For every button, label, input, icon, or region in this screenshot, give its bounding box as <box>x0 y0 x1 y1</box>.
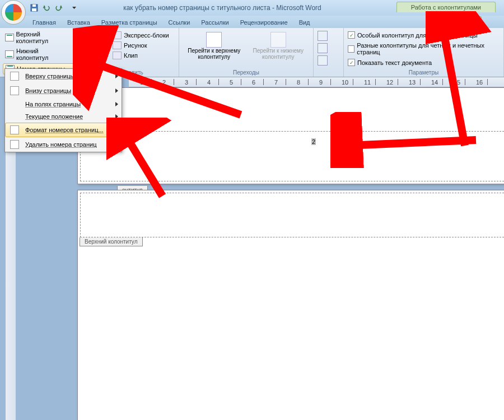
group-label-nav: Переходы <box>182 68 310 77</box>
clip-button[interactable]: Клип <box>111 51 170 60</box>
group-parameters: ✓ Особый колонтитул для первой страницы … <box>344 28 504 77</box>
goto-footer-icon <box>270 32 286 48</box>
horizontal-ruler[interactable]: 12345678910111213141516 <box>129 77 504 87</box>
svg-rect-2 <box>32 4 36 7</box>
header-label: Верхний колонтитул <box>16 31 73 44</box>
footer-button[interactable]: Нижний колонтитул <box>3 46 81 62</box>
chevron-down-icon <box>74 53 78 55</box>
ruler-number: 1 <box>140 79 143 86</box>
menu-label: На полях страницы <box>25 101 111 108</box>
menu-format-page-numbers[interactable]: Формат номеров страниц... <box>5 123 122 137</box>
page-2[interactable]: Верхний колонтитул <box>77 190 504 420</box>
menu-label: Удалить номера страниц <box>25 141 118 148</box>
tab-designer[interactable]: Конструктор <box>434 16 482 28</box>
ruler-number: 13 <box>409 79 416 86</box>
ruler-number: 8 <box>297 79 300 86</box>
odd-even-label: Разные колонтитулы для четных и нечетных… <box>357 42 500 55</box>
document-title: как убрать номер страницы с титульного л… <box>123 4 321 12</box>
tab-review[interactable]: Рецензирование <box>235 17 293 28</box>
picture-label: Рисунок <box>124 42 147 49</box>
ruler-number: 3 <box>185 79 188 86</box>
date-label: Дата и <box>90 46 108 53</box>
ruler-number: 12 <box>386 79 393 86</box>
checkbox-icon <box>348 45 354 53</box>
checkbox-icon: ✓ <box>348 31 355 39</box>
option-icon[interactable] <box>318 43 328 53</box>
footer-icon <box>5 50 14 58</box>
format-icon <box>10 125 19 134</box>
quick-access-toolbar <box>29 3 76 13</box>
chevron-down-icon <box>74 36 78 39</box>
checkbox-show-text[interactable]: ✓ Показать текст документа <box>347 57 501 68</box>
tab-references[interactable]: Ссылки <box>163 17 196 28</box>
group-label-params: Параметры <box>347 68 501 77</box>
ruler-number: 5 <box>230 79 233 86</box>
show-text-label: Показать текст документа <box>357 59 432 66</box>
picture-button[interactable]: Рисунок <box>111 41 170 50</box>
header-button[interactable]: Верхний колонтитул <box>3 30 81 45</box>
express-blocks-button[interactable]: Экспресс-блоки <box>111 31 170 40</box>
office-logo-icon <box>5 4 22 21</box>
group-navigation: Перейти к верхнему колонтитулу Перейти к… <box>179 28 314 77</box>
chevron-right-icon <box>115 114 118 119</box>
ruler-number: 6 <box>252 79 255 86</box>
goto-header-button[interactable]: Перейти к верхнему колонтитулу <box>182 30 246 68</box>
header-icon <box>5 34 14 41</box>
page-number-field[interactable]: 2 <box>311 138 316 145</box>
option-icon[interactable] <box>318 31 328 41</box>
contextual-tab-header-footer: Работа с колонтитулами <box>396 2 496 12</box>
menu-bottom-of-page[interactable]: Внизу страницы <box>5 83 122 98</box>
ruler-number: 15 <box>454 79 460 86</box>
tab-home[interactable]: Главная <box>27 17 62 28</box>
ribbon-tabs: Главная Вставка Разметка страницы Ссылки… <box>0 16 504 28</box>
svg-rect-1 <box>32 8 36 11</box>
menu-remove-page-numbers[interactable]: Удалить номера страниц <box>5 137 122 152</box>
menu-page-margins[interactable]: На полях страницы <box>5 98 122 110</box>
ruler-number: 4 <box>207 79 211 86</box>
tab-view[interactable]: Вид <box>293 17 316 28</box>
chevron-right-icon <box>115 74 118 78</box>
menu-label: Вверху страницы <box>25 73 111 80</box>
save-icon[interactable] <box>29 3 39 13</box>
checkbox-icon: ✓ <box>348 59 355 66</box>
office-button[interactable] <box>1 0 26 25</box>
title-bar: как убрать номер страницы с титульного л… <box>0 0 504 16</box>
checkbox-first-page[interactable]: ✓ Особый колонтитул для первой страницы <box>347 30 501 40</box>
ruler-number: 14 <box>431 79 438 86</box>
clip-icon <box>113 52 122 59</box>
group-options <box>314 28 344 77</box>
header-tab-label: Верхний колонтитул <box>80 237 143 246</box>
chevron-right-icon <box>115 88 118 93</box>
menu-label: Формат номеров страниц... <box>25 127 118 133</box>
blocks-icon <box>113 31 122 39</box>
qat-dropdown-icon[interactable] <box>66 3 76 13</box>
tab-layout[interactable]: Разметка страницы <box>96 17 163 28</box>
remove-icon <box>10 140 19 149</box>
menu-current-position[interactable]: Текущее положение <box>5 110 122 123</box>
ruler-number: 9 <box>319 79 323 86</box>
header-region[interactable] <box>80 193 504 237</box>
date-time-button[interactable]: Дата и <box>87 30 110 68</box>
redo-icon[interactable] <box>54 3 64 13</box>
page-bottom-icon <box>10 86 19 95</box>
menu-top-of-page[interactable]: Вверху страницы <box>5 69 122 83</box>
tab-mailings[interactable]: Рассылки <box>195 17 234 28</box>
calendar-icon <box>92 31 105 46</box>
footer-label: Нижний колонтитул <box>16 48 72 61</box>
goto-footer-button[interactable]: Перейти к нижнему колонтитулу <box>246 30 311 68</box>
undo-icon[interactable] <box>41 3 52 13</box>
tab-insert[interactable]: Вставка <box>62 17 96 28</box>
clip-label: Клип <box>124 52 138 59</box>
ruler-number: 11 <box>364 79 371 86</box>
ruler-number: 2 <box>162 79 166 86</box>
checkbox-odd-even[interactable]: Разные колонтитулы для четных и нечетных… <box>347 40 501 57</box>
page-1[interactable]: 2 онтитул <box>77 87 504 184</box>
goto-header-label: Перейти к верхнему колонтитулу <box>184 48 244 60</box>
express-label: Экспресс-блоки <box>124 32 169 39</box>
footer-region[interactable]: 2 <box>80 131 504 181</box>
ruler-number: 16 <box>476 79 483 86</box>
menu-label: Внизу страницы <box>25 87 111 94</box>
picture-icon <box>113 41 122 49</box>
option-icon[interactable] <box>318 55 328 66</box>
chevron-right-icon <box>115 102 118 106</box>
